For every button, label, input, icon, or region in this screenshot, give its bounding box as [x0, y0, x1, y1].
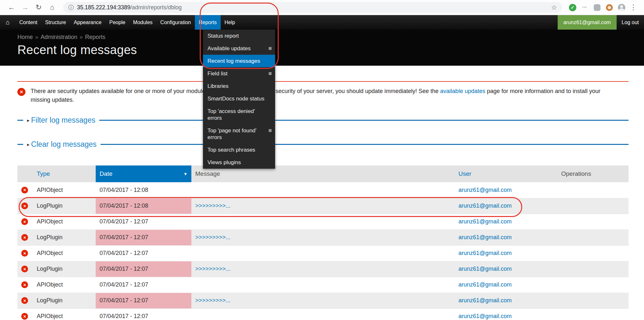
site-info-icon[interactable]: ⓘ	[68, 4, 74, 11]
url-path: /admin/reports/dblog	[130, 4, 182, 11]
filter-fieldset: ▸Filter log messages	[17, 116, 629, 125]
breadcrumb-separator: »	[80, 34, 83, 40]
error-icon: ×	[17, 88, 25, 96]
sort-desc-icon: ▼	[183, 172, 187, 176]
cell-type: LogPlugin	[33, 230, 96, 245]
reload-icon[interactable]: ↻	[33, 2, 44, 13]
menu-item-field-list[interactable]: Field list	[203, 67, 275, 80]
toolbar-item-reports[interactable]: Reports	[195, 15, 221, 30]
table-row: × LogPlugin 07/04/2017 - 12:07 >>>>>>>>>…	[17, 230, 629, 245]
cell-message: >>>>>>>>>...	[191, 293, 455, 308]
logout-button[interactable]: Log out	[617, 15, 644, 30]
security-warning-message: × There are security updates available f…	[17, 81, 629, 106]
toolbar-item-people[interactable]: People	[105, 15, 129, 30]
breadcrumb-administration[interactable]: Administration	[41, 34, 77, 40]
cell-user: arunz61@gmail.com	[455, 245, 557, 261]
user-link[interactable]: arunz61@gmail.com	[458, 313, 512, 319]
user-link[interactable]: arunz61@gmail.com	[458, 187, 512, 193]
forward-icon[interactable]: →	[19, 2, 31, 13]
menu-item-available-updates[interactable]: Available updates	[203, 42, 275, 55]
cell-operations	[557, 182, 629, 198]
available-updates-link[interactable]: available updates	[440, 88, 485, 94]
menu-item-libraries[interactable]: Libraries	[203, 80, 275, 92]
extension-gray-icon[interactable]	[592, 2, 602, 13]
check-icon: ✓	[569, 4, 576, 11]
menu-item-views-plugins[interactable]: Views plugins	[203, 156, 275, 169]
message-link[interactable]: >>>>>>>>>...	[195, 297, 231, 304]
toolbar-item-appearance[interactable]: Appearance	[70, 15, 105, 30]
header-date[interactable]: Date▼	[96, 165, 191, 182]
browser-menu-icon[interactable]: ⋮	[629, 3, 638, 12]
menu-item-smartdocs-node-status[interactable]: SmartDocs node status	[203, 92, 275, 105]
message-link[interactable]: >>>>>>>>>...	[195, 202, 231, 209]
user-link[interactable]: arunz61@gmail.com	[458, 218, 512, 225]
home-icon[interactable]: ⌂	[46, 2, 58, 13]
cell-message	[191, 308, 455, 320]
toolbar-item-help[interactable]: Help	[221, 15, 239, 30]
account-badge[interactable]: arunz61@gmail.com	[558, 15, 617, 30]
toolbar-item-modules[interactable]: Modules	[129, 15, 156, 30]
extension-dots-icon[interactable]: •••	[580, 2, 590, 13]
profile-avatar-icon[interactable]	[616, 2, 627, 13]
cell-date: 07/04/2017 - 12:08	[96, 182, 191, 198]
bookmark-star-icon[interactable]: ☆	[551, 4, 557, 11]
header-operations: Operations	[557, 165, 629, 182]
cell-user: arunz61@gmail.com	[455, 198, 557, 214]
breadcrumb: Home»Administration»Reports	[17, 34, 627, 41]
user-link[interactable]: arunz61@gmail.com	[458, 250, 512, 256]
clear-log-messages-toggle[interactable]: ▸Clear log messages	[27, 140, 97, 149]
table-row: × APIObject 07/04/2017 - 12:07 arunz61@g…	[17, 308, 629, 320]
cell-date: 07/04/2017 - 12:07	[96, 230, 191, 245]
user-link[interactable]: arunz61@gmail.com	[458, 202, 512, 209]
warning-text: There are security updates available for…	[31, 87, 614, 104]
back-icon[interactable]: ←	[6, 2, 17, 13]
table-row: × APIObject 07/04/2017 - 12:07 arunz61@g…	[17, 277, 629, 293]
cell-user: arunz61@gmail.com	[455, 277, 557, 293]
user-link[interactable]: arunz61@gmail.com	[458, 281, 512, 288]
log-messages-table: Type Date▼ Message User Operations × API…	[17, 165, 629, 320]
extension-orange-icon[interactable]	[604, 2, 614, 13]
cell-date: 07/04/2017 - 12:07	[96, 261, 191, 277]
page-title: Recent log messages	[17, 43, 627, 57]
user-link[interactable]: arunz61@gmail.com	[458, 297, 512, 304]
message-link[interactable]: >>>>>>>>>...	[195, 266, 231, 272]
cell-message: >>>>>>>>>...	[191, 230, 455, 245]
url-bar[interactable]: ⓘ 35.185.222.194:3389/admin/reports/dblo…	[63, 2, 562, 13]
admin-home-icon[interactable]: ⌂	[0, 15, 15, 30]
menu-item-status-report[interactable]: Status report	[203, 30, 275, 42]
header-user: User	[455, 165, 557, 182]
breadcrumb-home[interactable]: Home	[17, 34, 33, 40]
extension-adblock-icon[interactable]: ✓	[567, 2, 578, 13]
cell-operations	[557, 308, 629, 320]
menu-item-recent-log-messages[interactable]: Recent log messages	[203, 55, 275, 67]
reports-dropdown-menu: Status report Available updates Recent l…	[203, 30, 275, 169]
cell-user: arunz61@gmail.com	[455, 182, 557, 198]
sort-by-type-link[interactable]: Type	[37, 170, 50, 177]
menu-item-top-search-phrases[interactable]: Top search phrases	[203, 144, 275, 156]
fieldset-border	[17, 120, 23, 121]
menu-item-top-access-denied[interactable]: Top 'access denied' errors	[203, 105, 275, 124]
toolbar-item-content[interactable]: Content	[15, 15, 41, 30]
filter-log-messages-toggle[interactable]: ▸Filter log messages	[27, 116, 95, 125]
table-header-row: Type Date▼ Message User Operations	[17, 165, 629, 182]
error-icon: ×	[21, 234, 28, 241]
toolbar-item-configuration[interactable]: Configuration	[157, 15, 195, 30]
admin-toolbar: ⌂ Content Structure Appearance People Mo…	[0, 15, 644, 30]
cell-user: arunz61@gmail.com	[455, 293, 557, 308]
cell-user: arunz61@gmail.com	[455, 308, 557, 320]
cell-date: 07/04/2017 - 12:07	[96, 293, 191, 308]
table-row: × LogPlugin 07/04/2017 - 12:07 >>>>>>>>>…	[17, 293, 629, 308]
message-link[interactable]: >>>>>>>>>...	[195, 234, 231, 240]
cell-operations	[557, 277, 629, 293]
user-link[interactable]: arunz61@gmail.com	[458, 266, 512, 272]
menu-item-top-page-not-found[interactable]: Top 'page not found' errors	[203, 124, 275, 144]
user-link[interactable]: arunz61@gmail.com	[458, 234, 512, 240]
table-row: × LogPlugin 07/04/2017 - 12:08 >>>>>>>>>…	[17, 198, 629, 214]
cell-type: APIObject	[33, 308, 96, 320]
error-icon: ×	[21, 281, 28, 288]
header-type: Type	[33, 165, 96, 182]
breadcrumb-reports[interactable]: Reports	[85, 34, 105, 40]
sort-by-user-link[interactable]: User	[458, 170, 471, 177]
toolbar-item-structure[interactable]: Structure	[41, 15, 70, 30]
cell-user: arunz61@gmail.com	[455, 261, 557, 277]
